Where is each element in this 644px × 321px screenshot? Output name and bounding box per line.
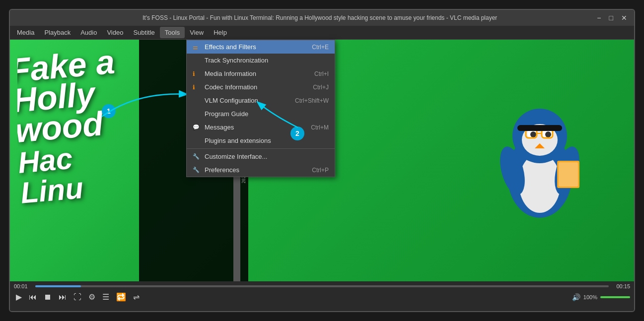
penguin-svg	[490, 91, 589, 230]
penguin-character-area	[465, 50, 614, 271]
codec-info-shortcut: Ctrl+J	[313, 84, 329, 91]
menu-separator-1	[187, 148, 335, 149]
menu-media-info[interactable]: ℹ Media Information Ctrl+I	[187, 67, 335, 80]
no-icon-guide: ·	[193, 111, 202, 118]
preferences-label: Preferences	[205, 166, 302, 174]
volume-icon: 🔊	[572, 293, 580, 301]
window-title: It's FOSS - Linux Portal - Fun with Linu…	[45, 14, 595, 21]
video-text-overlay: Fake aHollywoodHacLinu	[17, 50, 142, 271]
menu-track-sync[interactable]: · Track Synchronization	[187, 54, 335, 67]
vlc-window: It's FOSS - Linux Portal - Fun with Linu…	[9, 9, 635, 312]
extended-button[interactable]: ⚙	[86, 291, 97, 303]
control-bar: 00:01 00:15 ▶ ⏮ ⏹ ⏭ ⛶ ⚙ ☰	[10, 281, 634, 311]
media-info-shortcut: Ctrl+I	[314, 70, 329, 77]
stop-button[interactable]: ⏹	[42, 292, 54, 303]
window-controls: − □ ✕	[595, 14, 629, 22]
menu-audio[interactable]: Audio	[75, 27, 102, 38]
menu-effects-filters[interactable]: ⚌ Effects and Filters Ctrl+E	[187, 40, 335, 54]
badge-2-number: 2	[295, 129, 299, 137]
program-guide-label: Program Guide	[205, 110, 319, 118]
no-icon-vlm: ·	[193, 97, 202, 104]
info-icon-codec: ℹ	[193, 84, 202, 91]
menu-plugins[interactable]: · Plugins and extensions	[187, 134, 335, 147]
svg-point-6	[530, 131, 536, 137]
left-controls: ▶ ⏮ ⏹ ⏭ ⛶ ⚙ ☰ 🔁 ⇌	[14, 291, 142, 303]
play-button[interactable]: ▶	[14, 291, 24, 303]
menu-messages[interactable]: 💬 Messages Ctrl+M	[187, 121, 335, 134]
shuffle-button[interactable]: ⇌	[131, 291, 142, 303]
wrench-icon-prefs: 🔧	[193, 167, 202, 173]
wrench-icon-customize: 🔧	[193, 153, 202, 160]
menu-bar: Media Playback Audio Video Subtitle Tool…	[10, 26, 634, 40]
menu-program-guide[interactable]: · Program Guide	[187, 107, 335, 121]
menu-view[interactable]: View	[185, 27, 209, 38]
media-info-label: Media Information	[205, 70, 304, 77]
svg-rect-15	[559, 162, 578, 187]
sliders-icon: ⚌	[193, 44, 202, 51]
menu-playback[interactable]: Playback	[39, 27, 75, 38]
fullscreen-button[interactable]: ⛶	[72, 292, 83, 303]
volume-percent: 100%	[583, 294, 597, 300]
volume-fill	[600, 296, 630, 298]
title-bar: It's FOSS - Linux Portal - Fun with Linu…	[10, 10, 634, 26]
messages-label: Messages	[205, 124, 301, 131]
menu-subtitle[interactable]: Subtitle	[128, 27, 159, 38]
msg-icon: 💬	[193, 124, 202, 130]
codec-info-label: Codec Information	[205, 83, 303, 91]
effects-filters-shortcut: Ctrl+E	[312, 44, 329, 51]
customize-label: Customize Interface...	[205, 153, 319, 160]
controls-row: ▶ ⏮ ⏹ ⏭ ⛶ ⚙ ☰ 🔁 ⇌ 🔊 100%	[14, 291, 630, 303]
svg-point-7	[545, 131, 551, 137]
menu-codec-info[interactable]: ℹ Codec Information Ctrl+J	[187, 80, 335, 94]
menu-tools[interactable]: Tools	[160, 27, 185, 38]
track-sync-label: Track Synchronization	[205, 57, 319, 64]
info-icon-media: ℹ	[193, 70, 202, 77]
playlist-button[interactable]: ☰	[100, 291, 111, 303]
menu-vlm[interactable]: · VLM Configuration Ctrl+Shift+W	[187, 94, 335, 107]
right-controls: 🔊 100%	[572, 293, 630, 301]
menu-media[interactable]: Media	[12, 27, 39, 38]
volume-bar[interactable]	[600, 296, 630, 298]
preferences-shortcut: Ctrl+P	[312, 167, 329, 174]
menu-video[interactable]: Video	[102, 27, 128, 38]
total-time: 00:15	[613, 283, 630, 289]
close-button[interactable]: ✕	[619, 14, 629, 22]
loop-button[interactable]: 🔁	[114, 291, 128, 303]
prev-button[interactable]: ⏮	[27, 292, 39, 303]
vlm-label: VLM Configuration	[205, 97, 285, 104]
progress-row: 00:01 00:15	[14, 283, 630, 289]
maximize-button[interactable]: □	[607, 14, 615, 22]
current-time: 00:01	[14, 283, 31, 289]
minimize-button[interactable]: −	[595, 14, 603, 22]
effects-filters-label: Effects and Filters	[205, 43, 302, 51]
no-icon-plugins: ·	[193, 137, 202, 144]
vlm-shortcut: Ctrl+Shift+W	[295, 97, 329, 104]
annotation-badge-1: 1	[102, 104, 116, 118]
menu-customize[interactable]: 🔧 Customize Interface...	[187, 150, 335, 163]
messages-shortcut: Ctrl+M	[311, 124, 329, 131]
tools-dropdown: ⚌ Effects and Filters Ctrl+E · Track Syn…	[186, 40, 335, 177]
menu-preferences[interactable]: 🔧 Preferences Ctrl+P	[187, 163, 335, 177]
next-button[interactable]: ⏭	[57, 292, 69, 303]
svg-rect-16	[517, 125, 562, 131]
menu-help[interactable]: Help	[209, 27, 232, 38]
fake-text: Fake aHollywoodHacLinu	[17, 50, 142, 207]
progress-track[interactable]	[35, 285, 609, 287]
badge-1-number: 1	[107, 107, 111, 115]
progress-fill	[35, 285, 81, 287]
annotation-badge-2: 2	[290, 127, 304, 140]
no-icon-track: ·	[193, 57, 202, 64]
